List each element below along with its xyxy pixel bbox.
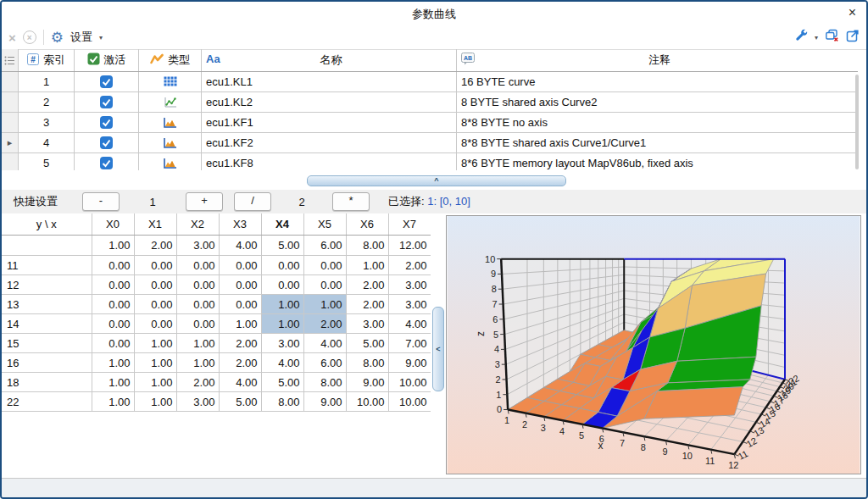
- wrench-caret-icon[interactable]: ▾: [815, 34, 818, 42]
- grid-cell[interactable]: 5.00: [346, 334, 388, 353]
- increment-button[interactable]: +: [186, 192, 223, 211]
- grid-cell[interactable]: 2.00: [346, 275, 388, 295]
- grid-cell[interactable]: 4.00: [261, 353, 303, 373]
- grid-cell[interactable]: 1.00: [92, 353, 134, 373]
- grid-cell[interactable]: 0.00: [92, 334, 134, 353]
- title-bar[interactable]: 参数曲线 ×: [2, 2, 866, 25]
- clear-icon[interactable]: ×: [8, 30, 16, 45]
- y-row-header[interactable]: 14: [2, 314, 92, 334]
- grid-cell[interactable]: 1.00: [92, 373, 134, 392]
- grid-column-header[interactable]: X2: [176, 213, 219, 236]
- grid-cell[interactable]: 0.00: [176, 275, 219, 295]
- active-checkbox[interactable]: [75, 72, 139, 91]
- grid-cell[interactable]: 0.00: [176, 256, 219, 275]
- grid-cell[interactable]: 4.00: [219, 373, 261, 392]
- grid-cell[interactable]: 1.00: [134, 373, 176, 392]
- grid-cell[interactable]: 3.00: [176, 392, 219, 412]
- grid-cell[interactable]: 3.00: [388, 275, 431, 295]
- grid-cell[interactable]: 1.00: [176, 334, 219, 353]
- name-cell[interactable]: ecu1.KL2: [202, 92, 457, 112]
- grid-column-header[interactable]: X4: [261, 213, 303, 236]
- name-cell[interactable]: ecu1.KL1: [202, 72, 457, 91]
- grid-cell[interactable]: 0.00: [303, 256, 346, 275]
- grid-cell[interactable]: 1.00: [134, 353, 176, 373]
- x-axis-value[interactable]: 6.00: [303, 236, 346, 256]
- grid-cell[interactable]: 10.00: [346, 392, 388, 412]
- grid-cell[interactable]: 0.00: [219, 275, 261, 295]
- grid-cell[interactable]: 0.00: [303, 275, 346, 295]
- grid-cell[interactable]: 5.00: [261, 373, 303, 392]
- grid-cell[interactable]: 8.00: [261, 392, 303, 412]
- grid-cell[interactable]: 2.00: [303, 314, 346, 334]
- grid-column-header[interactable]: X7: [388, 213, 431, 236]
- settings-caret-icon[interactable]: ▾: [99, 34, 103, 42]
- active-checkbox[interactable]: [75, 133, 139, 152]
- grid-cell[interactable]: 2.00: [346, 295, 388, 314]
- grid-cell[interactable]: 0.00: [92, 314, 134, 334]
- comment-cell[interactable]: 16 BYTE curve: [457, 72, 858, 91]
- grid-cell[interactable]: 0.00: [92, 275, 134, 295]
- grid-cell[interactable]: 5.00: [219, 392, 261, 412]
- grid-cell[interactable]: 9.00: [388, 353, 431, 373]
- curve-row[interactable]: 2 ecu1.KL2 8 BYTE shared axis Curve2: [2, 92, 858, 113]
- grid-column-header[interactable]: X6: [346, 213, 388, 236]
- column-header-comment[interactable]: AB 注释: [457, 49, 858, 71]
- column-header-name[interactable]: Aa 名称: [202, 49, 457, 71]
- x-axis-value[interactable]: 8.00: [346, 236, 388, 256]
- grid-cell[interactable]: 1.00: [303, 295, 346, 314]
- y-row-header[interactable]: 18: [2, 373, 92, 392]
- grid-cell[interactable]: 7.00: [388, 334, 431, 353]
- grid-cell[interactable]: 1.00: [346, 256, 388, 275]
- grid-cell[interactable]: 2.00: [219, 334, 261, 353]
- grid-cell[interactable]: 10.00: [388, 373, 431, 392]
- grid-cell[interactable]: 0.00: [261, 256, 303, 275]
- close-icon[interactable]: ×: [849, 5, 856, 20]
- y-row-header[interactable]: 12: [2, 275, 92, 295]
- grid-cell[interactable]: 3.00: [261, 334, 303, 353]
- grid-cell[interactable]: 9.00: [303, 392, 346, 412]
- y-row-header[interactable]: 13: [2, 295, 92, 314]
- grid-cell[interactable]: 0.00: [176, 314, 219, 334]
- row-menu-icon[interactable]: [2, 49, 19, 71]
- grid-cell[interactable]: 2.00: [219, 353, 261, 373]
- grid-cell[interactable]: 1.00: [92, 392, 134, 412]
- grid-column-header[interactable]: X1: [134, 213, 176, 236]
- grid-cell[interactable]: 1.00: [219, 314, 261, 334]
- decrement-button[interactable]: -: [82, 192, 120, 211]
- grid-cell[interactable]: 3.00: [388, 295, 431, 314]
- grid-cell[interactable]: 4.00: [303, 334, 346, 353]
- comment-cell[interactable]: 8 BYTE shared axis Curve2: [457, 92, 858, 112]
- grid-cell[interactable]: 2.00: [388, 256, 431, 275]
- settings-button[interactable]: 设置: [70, 30, 92, 45]
- y-row-header[interactable]: 15: [2, 334, 92, 353]
- grid-cell[interactable]: 1.00: [134, 392, 176, 412]
- grid-cell[interactable]: 9.00: [346, 373, 388, 392]
- grid-cell[interactable]: 1.00: [134, 334, 176, 353]
- x-axis-value[interactable]: 12.00: [388, 236, 431, 256]
- curve-row[interactable]: 1 ecu1.KL1 16 BYTE curve: [2, 72, 858, 92]
- curve-row[interactable]: 3 ecu1.KF1 8*8 BYTE no axis: [2, 113, 858, 133]
- grid-column-header[interactable]: X0: [92, 213, 134, 236]
- x-axis-value[interactable]: 4.00: [219, 236, 261, 256]
- comment-cell[interactable]: 8*8 BYTE shared axis Curve1/Curve1: [457, 133, 858, 152]
- grid-cell[interactable]: 8.00: [346, 353, 388, 373]
- grid-cell[interactable]: 0.00: [219, 256, 261, 275]
- grid-cell[interactable]: 1.00: [261, 314, 303, 334]
- grid-cell[interactable]: 8.00: [303, 373, 346, 392]
- grid-cell[interactable]: 0.00: [134, 256, 176, 275]
- vertical-splitter-handle[interactable]: <: [432, 307, 444, 391]
- grid-cell[interactable]: 2.00: [176, 373, 219, 392]
- column-header-active[interactable]: 激活: [75, 49, 139, 71]
- surface-plot[interactable]: 1234567891011121112131415161718192021220…: [447, 216, 860, 474]
- grid-cell[interactable]: 0.00: [92, 295, 134, 314]
- grid-cell[interactable]: 1.00: [176, 353, 219, 373]
- active-checkbox[interactable]: [75, 92, 139, 112]
- close-all-windows-icon[interactable]: [825, 29, 839, 46]
- y-row-header[interactable]: 22: [2, 392, 92, 412]
- grid-cell[interactable]: 4.00: [388, 314, 431, 334]
- clear-all-icon[interactable]: ×: [23, 30, 36, 44]
- active-checkbox[interactable]: [75, 113, 139, 132]
- multiply-button[interactable]: *: [332, 192, 370, 211]
- grid-cell[interactable]: 0.00: [134, 314, 176, 334]
- y-row-header[interactable]: 11: [2, 256, 92, 275]
